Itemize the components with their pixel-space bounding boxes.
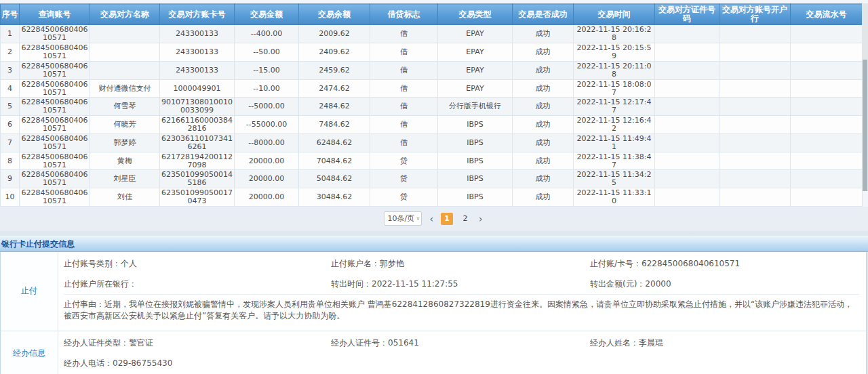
table-cell: 62484.62 [299,133,370,152]
table-cell: 分行版手机银行 [438,98,513,116]
next-page-button[interactable]: › [477,213,484,225]
table-cell [719,25,791,43]
table-cell [719,188,791,207]
table-cell: 财付通微信支付 [90,79,160,98]
page-size-select[interactable]: 10条/页 ∨ [384,211,422,226]
field-officer-id-number: 经办人证件号：051641 [331,337,590,349]
table-cell: 20000.00 [235,170,299,188]
table-cell: 2009.62 [299,25,370,43]
field-card-number: 止付账/卡号：6228450068040610571 [590,258,859,270]
table-cell [791,98,863,116]
table-cell: 6 [1,116,20,134]
table-cell: EPAY [438,79,513,98]
table-cell: --50.00 [235,43,299,62]
table-cell: EPAY [438,25,513,43]
table-cell: 成功 [513,133,574,152]
table-cell: --8000.00 [235,133,299,152]
table-cell: 6216611600003842816 [160,116,235,134]
table-cell [655,79,719,98]
table-cell: 2459.62 [299,61,370,79]
prev-page-button[interactable]: ‹ [428,213,435,225]
table-cell: 借 [370,43,438,62]
table-cell: 2022-11-15 11:49:41 [574,133,655,152]
stop-payment-group-label: 止付 [1,252,58,331]
chevron-down-icon: ∨ [416,212,421,225]
table-cell: 6228450068040610571 [20,152,90,170]
column-header: 查询账号 [20,4,90,25]
table-cell: 2022-11-15 11:33:10 [574,188,655,207]
table-cell: 成功 [513,25,574,43]
table-cell: 贷 [370,170,438,188]
vertical-scrollbar[interactable] [862,3,868,191]
column-header: 序号 [1,4,20,25]
pagination-bar: 10条/页 ∨ ‹ 1 2 › [0,207,868,231]
table-cell: 1000049901 [160,79,235,98]
table-cell: 70484.62 [299,152,370,170]
table-cell: EPAY [438,43,513,62]
table-cell: 2022-11-15 20:15:59 [574,43,655,62]
table-cell [791,43,863,62]
table-cell: 1 [1,25,20,43]
table-cell: IBPS [438,133,513,152]
table-cell: 成功 [513,116,574,134]
table-cell [655,25,719,43]
table-cell: 8 [1,152,20,170]
table-cell [719,152,791,170]
stop-payment-group: 止付 止付账号类别：个人 止付账户名：郭梦艳 止付账/卡号：6228450068… [1,252,866,331]
table-cell: 243300133 [160,61,235,79]
column-header: 交易对方账号开户行 [719,4,791,25]
table-cell: IBPS [438,170,513,188]
page-button-1[interactable]: 1 [441,213,453,225]
table-row: 76228450068040610571郭梦婷62303611010734162… [1,133,863,152]
table-cell: 243300133 [160,25,235,43]
table-cell: --5000.00 [235,98,299,116]
table-cell: 2022-11-15 12:17:47 [574,98,655,116]
table-cell: 成功 [513,61,574,79]
table-cell: 借 [370,116,438,134]
table-cell: 6228450068040610571 [20,98,90,116]
table-cell: 6228450068040610571 [20,61,90,79]
table-cell: 6228450068040610571 [20,79,90,98]
table-cell: 9 [1,170,20,188]
table-cell: 6228450068040610571 [20,170,90,188]
table-cell: --10.00 [235,79,299,98]
table-cell: 借 [370,133,438,152]
table-cell: 6235010990500170473 [160,188,235,207]
table-cell [90,61,160,79]
table-cell [655,43,719,62]
officer-group: 经办信息 经办人证件类型：警官证 经办人证件号：051641 经办人姓名：李晨琨… [1,331,866,374]
table-cell [791,25,863,43]
table-cell: 成功 [513,152,574,170]
table-cell: --15.00 [235,61,299,79]
table-cell: 何雪琴 [90,98,160,116]
column-header: 交易金额 [235,4,299,25]
table-cell [791,61,863,79]
table-cell: IBPS [438,116,513,134]
table-cell [90,25,160,43]
field-transfer-time: 转出时间：2022-11-15 11:27:55 [331,278,590,290]
page-button-2[interactable]: 2 [459,213,471,225]
table-cell [791,188,863,207]
scrollbar-thumb[interactable] [863,60,867,191]
table-cell [655,61,719,79]
table-cell: 2022-11-15 18:08:07 [574,79,655,98]
table-cell: 20000.00 [235,188,299,207]
column-header: 交易余额 [299,4,370,25]
field-officer-name: 经办人姓名：李晨琨 [590,337,859,349]
table-cell: IBPS [438,188,513,207]
table-cell: 成功 [513,43,574,62]
table-cell: 2 [1,43,20,62]
table-cell: 50484.62 [299,170,370,188]
table-cell [655,188,719,207]
table-cell [655,133,719,152]
table-cell [719,61,791,79]
table-cell: 借 [370,98,438,116]
column-header: 交易对方名称 [90,4,160,25]
table-cell: 贷 [370,188,438,207]
table-cell: 成功 [513,188,574,207]
table-cell: --55000.00 [235,116,299,134]
table-cell: 6217281942001127098 [160,152,235,170]
table-cell [719,98,791,116]
table-cell: 7 [1,133,20,152]
column-header: 交易对方证件号码 [655,4,719,25]
